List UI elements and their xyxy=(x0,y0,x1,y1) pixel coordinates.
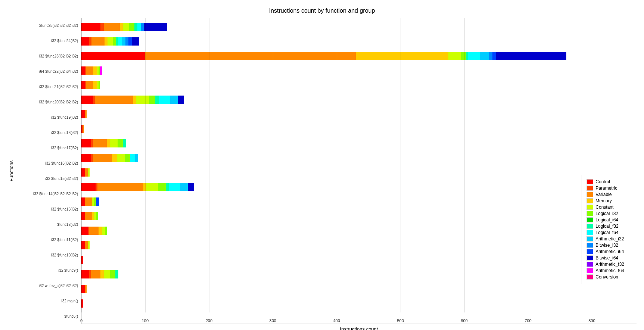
y-tick: i32 $func20(i32 i32 i32) xyxy=(39,100,78,104)
bar-segment xyxy=(105,37,108,46)
bar-segment xyxy=(169,183,180,191)
legend-item: Logical_i32 xyxy=(587,211,624,216)
bar-segment xyxy=(86,81,94,89)
x-tick: 100 xyxy=(142,318,149,323)
chart-title: Instructions count by function and group xyxy=(7,7,637,14)
legend-swatch xyxy=(587,186,593,191)
bar-segment xyxy=(128,37,132,46)
x-axis: 0100200300400500600700800 xyxy=(81,312,637,324)
legend-swatch xyxy=(587,249,593,254)
bar-segment xyxy=(99,81,100,89)
y-tick: $func25(i32 i32 i32 i32) xyxy=(39,24,78,28)
gridline xyxy=(528,18,528,312)
bar-segment xyxy=(137,23,141,31)
bar-segment xyxy=(149,96,155,104)
bar-segment xyxy=(120,23,123,31)
bar-segment xyxy=(81,183,96,191)
chart-container: Instructions count by function and group… xyxy=(0,0,644,330)
bar-segment xyxy=(118,37,122,46)
bar-segment xyxy=(110,139,118,147)
bar-segment xyxy=(81,270,89,278)
gridline xyxy=(209,18,209,312)
bar-segment xyxy=(96,197,99,206)
x-tick: 600 xyxy=(461,318,467,323)
y-tick: i32 $func24(i32) xyxy=(51,39,78,43)
gridline xyxy=(145,18,146,312)
gridline xyxy=(401,18,401,312)
bar-segment xyxy=(102,227,105,235)
bar-segment xyxy=(133,96,136,104)
bar-segment xyxy=(159,96,170,104)
y-axis: $func25(i32 i32 i32 i32)i32 $func24(i32)… xyxy=(16,18,81,324)
legend-item: Memory xyxy=(587,198,624,203)
x-tick: 400 xyxy=(333,318,340,323)
bar-segment xyxy=(81,168,85,177)
bar-row xyxy=(81,96,637,104)
legend-label: Bitwise_i64 xyxy=(595,255,618,261)
bar-segment xyxy=(81,81,85,89)
bar-segment xyxy=(480,52,489,60)
y-tick: $func6() xyxy=(64,315,78,318)
y-tick: i32 main() xyxy=(62,299,78,303)
bar-row xyxy=(81,52,637,60)
bar-segment xyxy=(146,183,158,191)
bar-row xyxy=(81,110,637,118)
legend-label: Logical_f32 xyxy=(595,224,618,229)
bar-segment xyxy=(112,154,117,162)
y-tick: i32 writev_c(i32 i32 i32) xyxy=(39,284,78,288)
bar-segment xyxy=(100,270,104,278)
bar-row xyxy=(81,168,637,177)
bar-segment xyxy=(88,241,90,249)
bars-container xyxy=(81,18,637,312)
legend-item: Conversion xyxy=(587,274,624,280)
legend-swatch xyxy=(587,274,593,280)
legend-label: Conversion xyxy=(595,274,618,280)
bar-row xyxy=(81,270,637,278)
bar-row xyxy=(81,256,637,264)
bar-segment xyxy=(356,52,448,60)
bar-segment xyxy=(448,52,461,60)
x-tick: 300 xyxy=(270,318,276,323)
bar-row xyxy=(81,227,637,235)
bar-segment xyxy=(89,37,92,46)
bar-segment xyxy=(125,37,129,46)
legend-item: Arithmetic_f64 xyxy=(587,268,624,273)
legend-label: Arithmetic_f64 xyxy=(595,268,624,273)
y-tick: i32 $func11(i32) xyxy=(51,238,78,242)
legend-swatch xyxy=(587,255,593,261)
bar-segment xyxy=(81,110,85,118)
legend-swatch xyxy=(587,243,593,248)
bar-row xyxy=(81,66,637,75)
legend-label: Parametric xyxy=(595,186,617,191)
bar-segment xyxy=(107,139,110,147)
bar-segment xyxy=(129,23,134,31)
legend-item: Arithmetic_f32 xyxy=(587,262,624,267)
y-tick: i32 $func21(i32 i32 i32) xyxy=(39,85,78,89)
bar-segment xyxy=(93,81,97,89)
legend-swatch xyxy=(587,230,593,235)
y-tick: i32 $func9() xyxy=(58,269,78,273)
bar-segment xyxy=(85,168,88,177)
bar-segment xyxy=(85,212,93,220)
bar-segment xyxy=(81,285,85,293)
bar-segment xyxy=(468,52,480,60)
bar-segment xyxy=(86,66,94,75)
bar-segment xyxy=(122,37,125,46)
bar-row xyxy=(81,197,637,206)
y-tick: $func12(i32) xyxy=(57,223,78,227)
legend-label: Constant xyxy=(595,205,613,210)
bar-segment xyxy=(110,270,115,278)
bar-segment xyxy=(81,23,100,31)
bar-segment xyxy=(81,96,93,104)
bar-segment xyxy=(81,154,91,162)
bar-segment xyxy=(496,52,566,60)
bar-segment xyxy=(113,37,116,46)
x-tick: 0 xyxy=(80,318,83,323)
legend-item: Bitwise_i32 xyxy=(587,243,624,248)
x-tick: 200 xyxy=(206,318,212,323)
bar-segment xyxy=(180,183,188,191)
y-tick: i32 $func17(i32) xyxy=(51,146,78,150)
bar-segment xyxy=(81,241,85,249)
bar-segment xyxy=(134,23,138,31)
legend-item: Parametric xyxy=(587,186,624,191)
